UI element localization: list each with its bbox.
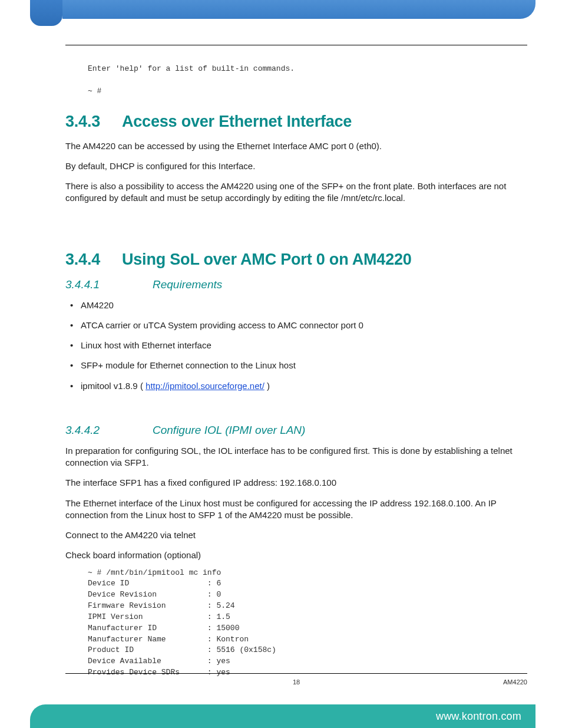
paragraph: The Ethernet interface of the Linux host… — [65, 498, 527, 522]
list-item: AM4220 — [70, 299, 527, 311]
heading-title: Using SoL over AMC Port 0 on AM4220 — [122, 251, 412, 268]
header-bar-accent — [62, 0, 535, 19]
paragraph: Check board information (optional) — [65, 549, 527, 561]
heading-number: 3.4.3 — [65, 113, 122, 131]
list-item-text: ipmitool v1.8.9 ( — [81, 381, 146, 391]
paragraph: In preparation for configuring SOL, the … — [65, 445, 527, 469]
subheading-number: 3.4.4.1 — [65, 278, 153, 291]
list-item: SFP+ module for Ethernet connection to t… — [70, 360, 527, 371]
subheading-title: Configure IOL (IPMI over LAN) — [153, 424, 305, 436]
list-item: ipmitool v1.8.9 ( http://ipmitool.source… — [70, 380, 527, 392]
heading-344: 3.4.4Using SoL over AMC Port 0 on AM4220 — [65, 251, 527, 269]
paragraph: Connect to the AM4220 via telnet — [65, 529, 527, 541]
header-tab-accent — [30, 0, 62, 26]
subheading-3441: 3.4.4.1Requirements — [65, 278, 527, 291]
paragraph: The interface SFP1 has a fixed configure… — [65, 477, 527, 489]
footer-product: AM4220 — [503, 678, 527, 686]
heading-title: Access over Ethernet Interface — [122, 113, 352, 130]
heading-343: 3.4.3Access over Ethernet Interface — [65, 113, 527, 131]
footer-bar-accent: www.kontron.com — [30, 704, 535, 728]
paragraph: By default, DHCP is configured for this … — [65, 160, 527, 172]
page-footer: 18 AM4220 — [65, 678, 527, 686]
paragraph: The AM4220 can be accessed by using the … — [65, 140, 527, 152]
header-rule — [65, 45, 527, 45]
subheading-title: Requirements — [153, 278, 222, 291]
code-block-help: Enter 'help' for a list of built-in comm… — [88, 64, 527, 97]
requirements-list: AM4220 ATCA carrier or uTCA System provi… — [70, 299, 527, 392]
page-content: Enter 'help' for a list of built-in comm… — [65, 64, 527, 664]
code-block-mcinfo: ~ # /mnt/bin/ipmitool mc info Device ID … — [88, 568, 527, 678]
subheading-number: 3.4.4.2 — [65, 424, 153, 437]
footer-page-number: 18 — [293, 678, 300, 686]
footer-rule — [65, 673, 527, 674]
footer-url: www.kontron.com — [436, 710, 521, 723]
list-item: ATCA carrier or uTCA System providing ac… — [70, 319, 527, 331]
subheading-3442: 3.4.4.2Configure IOL (IPMI over LAN) — [65, 424, 527, 437]
heading-number: 3.4.4 — [65, 251, 122, 269]
list-item-text: ) — [265, 381, 270, 391]
list-item: Linux host with Ethernet interface — [70, 340, 527, 351]
ipmitool-link[interactable]: http://ipmitool.sourceforge.net/ — [146, 381, 265, 391]
paragraph: There is also a possibility to access th… — [65, 180, 527, 205]
